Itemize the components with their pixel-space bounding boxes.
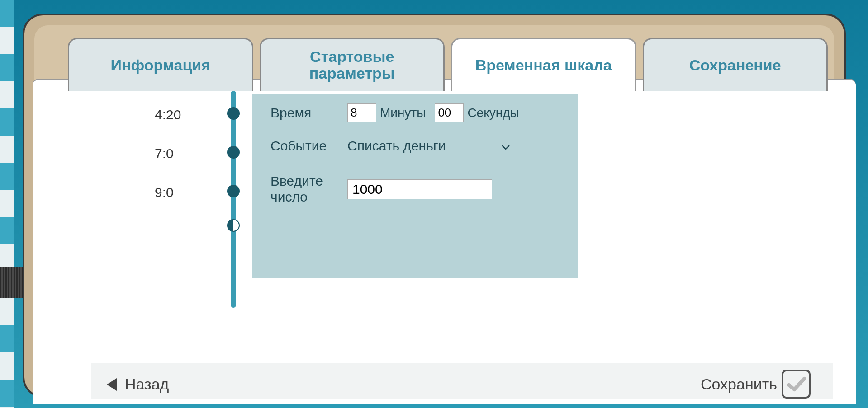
timeline-dot[interactable] bbox=[227, 107, 240, 120]
timeline-time: 9:0 bbox=[155, 185, 174, 200]
minutes-input[interactable] bbox=[347, 103, 376, 122]
event-time-label: Время bbox=[270, 105, 347, 121]
tab-information[interactable]: Информация bbox=[68, 38, 253, 91]
tab-start-params[interactable]: Стартовые параметры bbox=[260, 38, 445, 91]
timeline-time: 4:20 bbox=[155, 107, 181, 122]
back-button[interactable]: Назад bbox=[107, 375, 169, 393]
tab-save[interactable]: Сохранение bbox=[643, 38, 828, 91]
number-input[interactable] bbox=[347, 179, 492, 199]
event-type-selected: Списать деньги bbox=[347, 138, 446, 153]
tabs-container: Информация Стартовые параметры Временная… bbox=[68, 38, 828, 91]
event-type-select[interactable]: Списать деньги bbox=[347, 138, 510, 154]
binder-elastic bbox=[0, 267, 23, 298]
timeline-dot[interactable] bbox=[227, 146, 240, 159]
event-time-row: Время Минуты Секунды bbox=[270, 103, 560, 122]
left-stripe-decor bbox=[0, 0, 14, 408]
timeline-dot[interactable] bbox=[227, 185, 240, 197]
save-button[interactable]: Сохранить bbox=[701, 370, 811, 399]
seconds-unit: Секунды bbox=[467, 106, 519, 120]
tab-timeline[interactable]: Временная шкала bbox=[451, 38, 636, 91]
timeline-time: 7:0 bbox=[155, 146, 174, 161]
chevron-down-icon bbox=[501, 139, 510, 153]
timeline-add-dot[interactable] bbox=[227, 219, 240, 232]
back-button-label: Назад bbox=[125, 375, 169, 393]
triangle-left-icon bbox=[107, 378, 117, 391]
event-type-row: Событие Списать деньги bbox=[270, 138, 560, 154]
timeline-bar bbox=[231, 91, 236, 308]
seconds-input[interactable] bbox=[435, 103, 464, 122]
page-content: 4:20 Открыть город Apatity (38458) 7:0 О… bbox=[33, 79, 856, 404]
minutes-unit: Минуты bbox=[380, 106, 426, 120]
event-number-row: Введите число bbox=[270, 174, 560, 205]
check-icon bbox=[782, 370, 811, 399]
save-button-label: Сохранить bbox=[701, 375, 777, 393]
event-type-label: Событие bbox=[270, 138, 347, 154]
event-number-label: Введите число bbox=[270, 174, 347, 205]
event-edit-panel: Время Минуты Секунды Событие Списать ден… bbox=[252, 94, 578, 278]
